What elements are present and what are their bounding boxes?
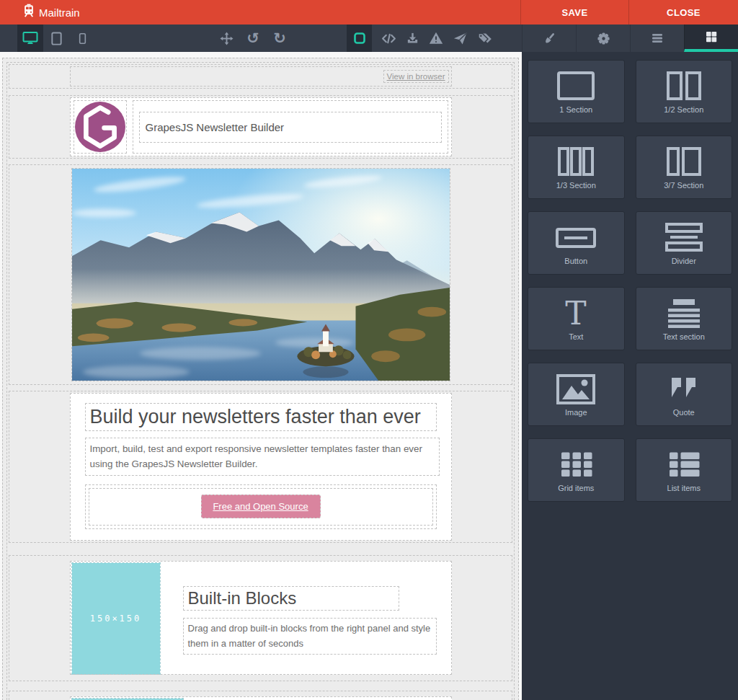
canvas-actions: ↺ ↻ — [218, 25, 288, 52]
feature-heading[interactable]: Built-in Blocks — [183, 586, 399, 611]
settings-gear-icon — [597, 32, 610, 45]
tablet-icon — [50, 32, 63, 45]
train-icon — [22, 4, 36, 21]
block-card[interactable]: Grid items — [528, 438, 625, 502]
tab-style-manager[interactable] — [522, 25, 576, 52]
hero-paragraph[interactable]: Import, build, test and export responsiv… — [85, 438, 440, 476]
feature-row-2[interactable]: 150×150 — [9, 691, 512, 700]
component-outline-icon — [353, 32, 366, 45]
feature-text-cell[interactable]: Built-in Blocks Drag and drop built-in b… — [161, 562, 451, 674]
tab-blocks[interactable] — [684, 25, 738, 52]
blocks-panel: 1 Section 1/2 Section 1/3 Section 3/7 Se… — [522, 52, 738, 700]
warning-icon[interactable] — [429, 31, 443, 45]
device-mobile-button[interactable] — [69, 25, 95, 52]
brand-text[interactable]: GrapesJS Newsletter Builder — [139, 112, 442, 143]
redo-icon[interactable]: ↻ — [272, 31, 288, 46]
app-title: Mailtrain — [39, 6, 80, 19]
text-icon: T — [553, 297, 599, 330]
block-label: 1/3 Section — [556, 181, 596, 190]
view-actions — [347, 25, 493, 52]
view-in-browser-link[interactable]: View in browser — [383, 70, 449, 83]
email-body[interactable]: View in browser GrapesJ — [2, 58, 519, 700]
mobile-icon — [76, 32, 89, 45]
block-label: Divider — [672, 257, 696, 265]
block-label: Text — [569, 332, 583, 341]
free-open-source-button[interactable]: Free and Open Source — [201, 495, 321, 518]
email-wrapper[interactable]: View in browser GrapesJ — [6, 62, 515, 700]
block-label: 1 Section — [559, 105, 592, 114]
quote-icon — [661, 373, 707, 406]
tab-settings[interactable] — [576, 25, 630, 52]
logo-image-wrap[interactable] — [74, 100, 127, 154]
save-button[interactable]: SAVE — [520, 0, 628, 25]
one-section-icon — [553, 70, 599, 103]
block-label: Grid items — [558, 484, 594, 492]
block-card[interactable]: Quote — [636, 363, 733, 426]
hero-text-row[interactable]: Build your newsletters faster than ever … — [9, 391, 512, 543]
image-icon — [553, 373, 599, 406]
block-label: Quote — [673, 408, 695, 417]
browser-row[interactable]: View in browser — [9, 64, 512, 89]
three-seven-section-icon — [661, 146, 707, 179]
hero-image-cell[interactable] — [70, 167, 452, 383]
style-manager-brush-icon — [543, 32, 556, 45]
hero-heading[interactable]: Build your newsletters faster than ever — [85, 403, 437, 431]
feature-section-2[interactable]: 150×150 — [70, 696, 452, 700]
block-card[interactable]: 3/7 Section — [636, 136, 733, 199]
feature-row[interactable]: 150×150 Built-in Blocks Drag and drop bu… — [9, 555, 512, 681]
send-test-icon[interactable] — [453, 31, 468, 46]
device-desktop-button[interactable] — [17, 25, 43, 52]
close-button[interactable]: CLOSE — [628, 0, 738, 25]
button-icon — [553, 221, 599, 254]
block-label: 1/2 Section — [664, 105, 703, 114]
import-icon[interactable] — [406, 32, 419, 45]
grapesjs-logo-icon[interactable] — [75, 102, 125, 152]
placeholder-image[interactable]: 150×150 — [72, 563, 160, 674]
desktop-icon — [22, 31, 38, 45]
hero-image-row[interactable] — [9, 164, 512, 385]
feature-paragraph[interactable]: Drag and drop built-in blocks from the r… — [183, 618, 437, 655]
hero-image[interactable] — [71, 168, 450, 381]
block-card[interactable]: 1/3 Section — [528, 136, 625, 199]
editor-toolbar: ↺ ↻ — [0, 25, 738, 52]
hero-button-zone[interactable]: Free and Open Source — [85, 484, 437, 529]
block-card[interactable]: 1/2 Section — [636, 60, 733, 123]
code-icon[interactable] — [381, 32, 396, 45]
hero-text-section[interactable]: Build your newsletters faster than ever … — [70, 393, 452, 541]
app-brand[interactable]: Mailtrain — [0, 4, 80, 21]
toggle-outline-button[interactable] — [347, 25, 372, 52]
tab-layers[interactable] — [630, 25, 684, 52]
list-items-icon — [661, 448, 707, 482]
logo-row[interactable]: GrapesJS Newsletter Builder — [9, 95, 512, 159]
layers-icon — [650, 32, 664, 45]
block-card[interactable]: Text section — [636, 287, 733, 350]
browser-cell[interactable]: View in browser — [70, 66, 452, 87]
logo-section[interactable]: GrapesJS Newsletter Builder — [70, 97, 452, 156]
block-card[interactable]: Button — [528, 211, 625, 275]
move-icon[interactable] — [218, 32, 234, 45]
block-label: Text section — [663, 332, 705, 341]
tags-icon[interactable] — [477, 31, 493, 45]
blocks-grid-icon — [705, 30, 718, 43]
editor-canvas[interactable]: View in browser GrapesJ — [0, 52, 522, 700]
block-label: Button — [564, 257, 587, 265]
hero-button-cell[interactable]: Free and Open Source — [89, 488, 433, 526]
feature-text-cell-2[interactable] — [184, 697, 451, 700]
text-section-icon — [661, 297, 707, 330]
feature-image-wrap[interactable]: 150×150 — [71, 562, 161, 675]
half-section-icon — [661, 70, 707, 103]
svg-text:T: T — [566, 298, 587, 329]
undo-icon[interactable]: ↺ — [245, 31, 261, 46]
feature-section[interactable]: 150×150 Built-in Blocks Drag and drop bu… — [70, 561, 452, 675]
brand-text-cell[interactable]: GrapesJS Newsletter Builder — [133, 100, 448, 154]
block-label: List items — [667, 484, 701, 492]
device-tablet-button[interactable] — [43, 25, 69, 52]
block-card[interactable]: 1 Section — [528, 60, 625, 123]
block-card[interactable]: Divider — [636, 211, 733, 275]
block-card[interactable]: T Text — [528, 287, 625, 350]
block-card[interactable]: Image — [528, 363, 625, 426]
block-card[interactable]: List items — [636, 438, 733, 502]
divider-icon — [661, 221, 707, 254]
block-label: Image — [565, 408, 587, 417]
third-section-icon — [553, 146, 599, 179]
